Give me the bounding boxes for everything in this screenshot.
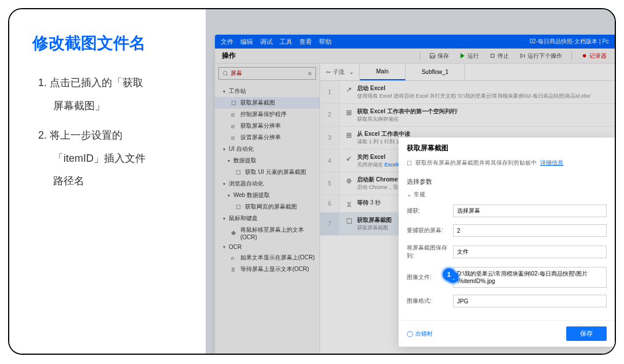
tab-subflow1[interactable]: Subflow_1 bbox=[406, 64, 466, 80]
title-bar: 操作 保存 运行 停止 运行下个操作 记录器 bbox=[215, 49, 615, 64]
record-icon bbox=[581, 53, 588, 59]
globe-icon: ⊕ bbox=[344, 176, 354, 185]
item-ui-screenshot[interactable]: ☐获取 UI 元素的屏幕截图 bbox=[215, 166, 320, 178]
resolution-icon: ⎚ bbox=[231, 135, 237, 141]
save-to-select[interactable]: 文件 bbox=[453, 246, 607, 258]
close-icon: ↙ bbox=[344, 154, 354, 163]
field-image-format: 图像格式: JPG bbox=[407, 295, 607, 307]
operations-label: 操作 bbox=[215, 51, 243, 61]
callout-badge-1: 1 bbox=[443, 268, 455, 281]
item-get-resolution[interactable]: ⎚获取屏幕分辨率 bbox=[215, 120, 320, 132]
screenshot-area: 文件 编辑 调试 工具 查看 帮助 02-每日商品快照-文档版本 | Pc 操作… bbox=[206, 9, 615, 354]
item-screenshot[interactable]: ☐获取屏幕截图 bbox=[215, 97, 320, 109]
svg-line-6 bbox=[226, 75, 228, 76]
hourglass-icon: ⧖ bbox=[344, 199, 354, 209]
instruction-step-1: 1. 点击已插入的「获取 屏幕截图」 bbox=[38, 72, 188, 117]
section-title: 选择参数 bbox=[407, 177, 607, 186]
cursor-icon: ✥ bbox=[231, 230, 237, 236]
actions-tree: 工作站 ☐获取屏幕截图 ⎚控制屏幕保护程序 ⎚获取屏幕分辨率 ⎚设置屏幕分辨率 … bbox=[215, 83, 320, 277]
item-screensaver[interactable]: ⎚控制屏幕保护程序 bbox=[215, 109, 320, 120]
monitor-icon: ⎚ bbox=[231, 112, 237, 118]
subflow-icon: ∾ bbox=[326, 69, 330, 75]
shield-icon: ◯ bbox=[407, 330, 413, 337]
item-wait-text-ocr[interactable]: ⧖等待屏幕上显示文本(OCR) bbox=[215, 263, 320, 275]
section-general[interactable]: 常规 bbox=[407, 191, 607, 199]
panel-description: ☐ 获取所有屏幕的屏幕截图并将其保存到剪贴板中 详细信息 bbox=[407, 159, 607, 167]
field-screen-number: 要捕获的屏幕: 2 bbox=[407, 224, 607, 237]
save-button[interactable]: 保存 bbox=[426, 51, 452, 61]
flow-step-1[interactable]: 1↗启动 Excel使用现有 Excel 进程启动 Excel 并打开文档 'D… bbox=[320, 81, 615, 104]
properties-panel: 获取屏幕截图 ☐ 获取所有屏幕的屏幕截图并将其保存到剪贴板中 详细信息 选择参数… bbox=[399, 138, 615, 347]
play-icon bbox=[459, 53, 466, 59]
clear-search-icon[interactable]: ✕ bbox=[307, 70, 312, 77]
image-format-select[interactable]: JPG bbox=[453, 295, 607, 307]
group-ocr[interactable]: OCR bbox=[215, 242, 320, 252]
toolbar: 保存 运行 停止 运行下个操作 记录器 bbox=[417, 51, 615, 61]
launch-icon: ↗ bbox=[344, 85, 354, 94]
detail-link[interactable]: 详细信息 bbox=[540, 159, 563, 167]
group-mouse-keyboard[interactable]: 鼠标和键盘 bbox=[215, 213, 320, 224]
menu-view[interactable]: 查看 bbox=[299, 38, 312, 46]
stop-icon bbox=[489, 53, 496, 59]
instructions-pane: 修改截图文件名 1. 点击已插入的「获取 屏幕截图」 2. 将上一步设置的 「i… bbox=[9, 9, 206, 354]
resolution-icon: ⎚ bbox=[231, 123, 237, 129]
group-web-extract[interactable]: Web 数据提取 bbox=[215, 190, 320, 201]
document-name: 02-每日商品快照-文档版本 | Pc bbox=[529, 38, 609, 46]
search-input[interactable] bbox=[228, 70, 307, 77]
item-if-text-ocr[interactable]: ⎌如果文本显示在屏幕上(OCR) bbox=[215, 252, 320, 263]
menu-tool[interactable]: 工具 bbox=[280, 38, 292, 46]
subflow-button[interactable]: ∾子流⌄ bbox=[320, 64, 360, 80]
camera-icon: ☐ bbox=[231, 100, 237, 106]
svg-marker-2 bbox=[521, 54, 523, 58]
menu-bar: 文件 编辑 调试 工具 查看 帮助 02-每日商品快照-文档版本 | Pc bbox=[215, 35, 615, 49]
panel-title: 获取屏幕截图 bbox=[407, 143, 607, 153]
image-file-input[interactable]: 2 D:\我的坚果云\常用模块案例\02-每日商品快照\图片\%itemID%.… bbox=[453, 267, 607, 288]
group-workstation[interactable]: 工作站 bbox=[215, 86, 320, 97]
app-window: 文件 编辑 调试 工具 查看 帮助 02-每日商品快照-文档版本 | Pc 操作… bbox=[215, 35, 615, 354]
camera-icon: ☐ bbox=[407, 160, 412, 166]
branch-icon: ⎌ bbox=[231, 255, 237, 261]
svg-rect-1 bbox=[491, 54, 495, 58]
chevron-down-icon: ⌄ bbox=[349, 69, 354, 75]
group-browser[interactable]: 浏览器自动化 bbox=[215, 178, 320, 190]
menu-file[interactable]: 文件 bbox=[221, 38, 233, 46]
run-next-button[interactable]: 运行下个操作 bbox=[516, 51, 566, 61]
field-capture: 捕获: 选择屏幕 bbox=[407, 205, 607, 217]
svg-point-5 bbox=[223, 71, 227, 75]
instructions-title: 修改截图文件名 bbox=[32, 32, 188, 54]
actions-sidebar: ✕ 工作站 ☐获取屏幕截图 ⎚控制屏幕保护程序 ⎚获取屏幕分辨率 ⎚设置屏幕分辨… bbox=[215, 64, 320, 354]
excel-icon: ⊞ bbox=[344, 131, 354, 140]
instruction-step-2: 2. 将上一步设置的 「itemID」插入文件 路径名 bbox=[38, 124, 188, 193]
stop-button[interactable]: 停止 bbox=[486, 51, 512, 61]
tab-main[interactable]: Main bbox=[360, 64, 406, 80]
svg-marker-0 bbox=[460, 53, 464, 58]
menu-edit[interactable]: 编辑 bbox=[240, 38, 253, 46]
search-box[interactable]: ✕ bbox=[218, 67, 316, 80]
flow-step-2[interactable]: 2⊞获取 Excel 工作表中的第一个空闲列/行获取其实例存储在 bbox=[320, 104, 615, 127]
field-image-file: 图像文件: 2 D:\我的坚果云\常用模块案例\02-每日商品快照\图片\%it… bbox=[407, 267, 607, 288]
hourglass-icon: ⧖ bbox=[231, 266, 237, 273]
on-error-button[interactable]: ◯出错时 bbox=[407, 330, 433, 338]
menu-debug[interactable]: 调试 bbox=[260, 38, 273, 46]
item-web-screenshot[interactable]: ☐获取网页的屏幕截图 bbox=[215, 201, 320, 213]
instructions-steps: 1. 点击已插入的「获取 屏幕截图」 2. 将上一步设置的 「itemID」插入… bbox=[32, 72, 188, 193]
group-data-extract[interactable]: 数据提取 bbox=[215, 155, 320, 166]
group-ui-automation[interactable]: UI 自动化 bbox=[215, 143, 320, 155]
panel-save-button[interactable]: 保存 bbox=[566, 326, 607, 341]
search-icon bbox=[222, 70, 228, 76]
camera-icon: ☐ bbox=[236, 204, 242, 210]
camera-icon: ☐ bbox=[344, 217, 354, 226]
excel-icon: ⊞ bbox=[344, 108, 354, 117]
screen-number-input[interactable]: 2 bbox=[453, 224, 607, 237]
recorder-button[interactable]: 记录器 bbox=[578, 51, 610, 61]
step-icon bbox=[519, 53, 526, 59]
menu-help[interactable]: 帮助 bbox=[319, 38, 332, 46]
camera-icon: ☐ bbox=[236, 169, 242, 176]
capture-select[interactable]: 选择屏幕 bbox=[453, 205, 607, 217]
save-icon bbox=[429, 53, 436, 59]
run-button[interactable]: 运行 bbox=[456, 51, 482, 61]
item-mouse-ocr[interactable]: ✥将鼠标移至屏幕上的文本(OCR) bbox=[215, 224, 320, 242]
field-save-to: 将屏幕截图保存到: 文件 bbox=[407, 244, 607, 260]
flow-tabs: ∾子流⌄ Main Subflow_1 bbox=[320, 64, 615, 81]
item-set-resolution[interactable]: ⎚设置屏幕分辨率 bbox=[215, 132, 320, 143]
